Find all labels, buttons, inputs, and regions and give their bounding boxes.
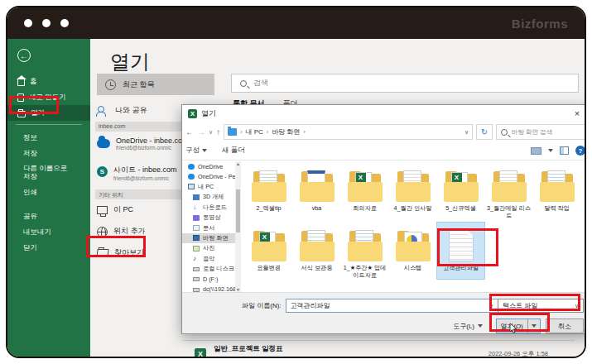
open-split-dropdown-icon[interactable] bbox=[532, 324, 537, 328]
sites-label: 사이트 - inbee.com bbox=[113, 165, 177, 175]
backstage-sidebar: ← 홈 새로 만들기 열기 정보 저장 다른 이름으로 저장 인쇄 공유 내보내… bbox=[7, 39, 90, 357]
tree-item-3d-objects[interactable]: 3D 개체 bbox=[182, 192, 235, 202]
filename-input[interactable] bbox=[286, 299, 498, 313]
tree-item-downloads[interactable]: ↓다운로드 bbox=[182, 203, 235, 213]
scroll-up-icon[interactable]: ▲ bbox=[235, 161, 241, 166]
window-dot-2[interactable] bbox=[42, 19, 51, 27]
backstage-search-input[interactable]: 검색 bbox=[231, 74, 579, 93]
folder-tile[interactable]: 시스템 bbox=[389, 223, 436, 279]
sidebar-item-save[interactable]: 저장 bbox=[7, 146, 90, 161]
view-details-icon[interactable] bbox=[560, 146, 569, 155]
tree-item-desktop[interactable]: 바탕 화면 bbox=[182, 233, 235, 243]
dialog-title-bar[interactable]: X 열기 × bbox=[182, 105, 586, 122]
page-title: 열기 bbox=[110, 49, 150, 75]
tree-item-my-pc[interactable]: 내 PC bbox=[182, 182, 235, 192]
sidebar-item-new[interactable]: 새로 만들기 bbox=[7, 89, 90, 105]
cloud-icon bbox=[188, 164, 195, 170]
folder-tile[interactable]: 회의자료 bbox=[341, 163, 388, 219]
cloud-icon bbox=[188, 174, 195, 180]
sidebar-item-open[interactable]: 열기 bbox=[7, 105, 90, 121]
sidebar-item-export[interactable]: 내보내기 bbox=[7, 224, 90, 240]
window-dot-3[interactable] bbox=[60, 19, 69, 27]
selected-file-tile[interactable]: 고객관리파일 bbox=[437, 223, 484, 279]
breadcrumb-my-pc[interactable]: 내 PC bbox=[245, 127, 262, 136]
people-icon bbox=[97, 106, 108, 116]
recent-items-button[interactable]: 최근 항목 bbox=[97, 74, 214, 95]
add-place-label: 위치 추가 bbox=[113, 226, 146, 237]
onedrive-email: friend6@bizform.onmic bbox=[116, 145, 182, 151]
folder-tile[interactable]: 달력 작업 bbox=[533, 163, 580, 219]
brand-logo: Bizforms bbox=[512, 17, 568, 31]
dialog-search-input[interactable]: 바탕 화면 검색 bbox=[496, 124, 585, 140]
back-icon: ← bbox=[20, 51, 28, 60]
this-pc-label: 이 PC bbox=[113, 204, 133, 215]
nav-forward-icon[interactable]: → bbox=[197, 127, 205, 136]
view-dropdown-icon[interactable] bbox=[548, 149, 553, 152]
breadcrumb-dropdown-icon[interactable]: ∨ bbox=[464, 129, 469, 136]
tree-item-music[interactable]: ♪음악 bbox=[182, 254, 235, 264]
text-file-icon bbox=[449, 230, 474, 261]
address-bar: ← → ∨ ↑ › 내 PC › 바탕 화면 › ∨ ↻ 바탕 화면 검색 bbox=[185, 123, 585, 141]
folder-tile[interactable]: 5_신규엑셀 bbox=[437, 163, 484, 219]
breadcrumb[interactable]: › 내 PC › 바탕 화면 › ∨ bbox=[224, 124, 473, 140]
new-document-icon bbox=[17, 93, 24, 102]
organize-menu[interactable]: 구성 bbox=[185, 146, 207, 156]
help-icon[interactable]: ? bbox=[575, 146, 585, 156]
folder-tile[interactable]: 요율변경 bbox=[245, 223, 292, 279]
open-folder-icon bbox=[17, 111, 26, 117]
folder-tile[interactable]: 1_★주간★ 업데이트자료 bbox=[341, 223, 388, 279]
nav-back-icon[interactable]: ← bbox=[185, 127, 194, 136]
sidebar-item-home[interactable]: 홈 bbox=[7, 74, 90, 89]
tree-item-documents[interactable]: 문서 bbox=[182, 223, 235, 232]
folder-tile[interactable]: 2_엑셀tip bbox=[245, 163, 292, 219]
folder-tile[interactable]: 3_월간메일 리스트 bbox=[485, 163, 532, 219]
open-button[interactable]: 열기(O) bbox=[496, 318, 541, 333]
resize-grip-icon[interactable] bbox=[582, 325, 586, 332]
document-icon bbox=[193, 225, 200, 231]
view-thumbnails-icon[interactable] bbox=[531, 147, 541, 155]
tree-item-onedrive[interactable]: OneDrive bbox=[182, 161, 235, 171]
cancel-button[interactable]: 취소 bbox=[546, 318, 584, 333]
file-grid-row-1: 2_엑셀tip vba 회의자료 4_월간 인사말 bbox=[245, 163, 582, 219]
back-button[interactable]: ← bbox=[17, 49, 31, 62]
folder-tile[interactable]: vba bbox=[293, 163, 340, 219]
new-folder-button[interactable]: 새 폴더 bbox=[222, 146, 245, 156]
shared-with-me-button[interactable]: 나와 공유 bbox=[97, 105, 147, 116]
disk-icon bbox=[193, 267, 200, 271]
tree-item-pictures[interactable]: 사진 bbox=[182, 243, 235, 253]
sidebar-item-info[interactable]: 정보 bbox=[7, 130, 90, 146]
refresh-button[interactable]: ↻ bbox=[476, 124, 493, 140]
nav-up-icon[interactable]: ↑ bbox=[216, 127, 220, 136]
tree-item-drive-f[interactable]: D (F:) bbox=[182, 274, 235, 284]
nav-history-icon[interactable]: ∨ bbox=[209, 129, 213, 136]
folder-tile[interactable]: 서식 보관용 bbox=[293, 223, 340, 279]
file-grid-row-2: 요율변경 서식 보관용 1_★주간★ 업데이트자료 시스템 bbox=[245, 223, 582, 279]
tree-item-onedrive-personal[interactable]: OneDrive - Perso bbox=[182, 171, 235, 181]
sidebar-item-print[interactable]: 인쇄 bbox=[7, 184, 90, 200]
sidebar-label: 열기 bbox=[31, 108, 45, 118]
tree-item-local-disk-c[interactable]: 로컬 디스크 (C:) bbox=[182, 264, 235, 274]
open-file-dialog: X 열기 × ← → ∨ ↑ › 내 PC › 바탕 화면 › ∨ ↻ bbox=[181, 104, 586, 334]
folder-tile[interactable]: 4_월간 인사말 bbox=[389, 163, 436, 219]
toolbar-divider bbox=[182, 160, 586, 160]
onedrive-cloud-icon bbox=[97, 139, 110, 148]
recent-file-row[interactable]: X 일반_프로젝트 일정표 바탕 화면 » 1_★주간★ 업데이트자료 » 20… bbox=[195, 343, 571, 358]
window-dot-1[interactable] bbox=[24, 19, 32, 27]
filename-dropdown-icon[interactable]: ∨ bbox=[489, 303, 493, 309]
scrollbar-thumb[interactable] bbox=[236, 189, 240, 232]
files-scrollbar[interactable] bbox=[585, 161, 586, 292]
tree-item-videos[interactable]: 동영상 bbox=[182, 213, 235, 223]
tree-item-network-drive[interactable]: dc(\\192.168. bbox=[182, 285, 235, 292]
filetype-select[interactable]: 텍스트 파일 ∨ bbox=[498, 299, 584, 313]
tools-menu[interactable]: 도구(L) bbox=[453, 322, 483, 331]
sidebar-item-share[interactable]: 공유 bbox=[7, 208, 90, 224]
breadcrumb-desktop[interactable]: 바탕 화면 bbox=[272, 127, 300, 136]
mouse-cursor bbox=[508, 323, 518, 334]
sidebar-item-saveas[interactable]: 다른 이름으로 저장 bbox=[7, 161, 90, 184]
sidebar-label: 내보내기 bbox=[23, 228, 51, 237]
disk-icon bbox=[193, 277, 200, 281]
sidebar-item-close[interactable]: 닫기 bbox=[7, 240, 90, 256]
tree-scrollbar[interactable]: ▲ ▼ bbox=[235, 161, 241, 292]
browse-label: 찾아보기 bbox=[114, 247, 144, 258]
close-icon[interactable]: × bbox=[570, 108, 585, 118]
